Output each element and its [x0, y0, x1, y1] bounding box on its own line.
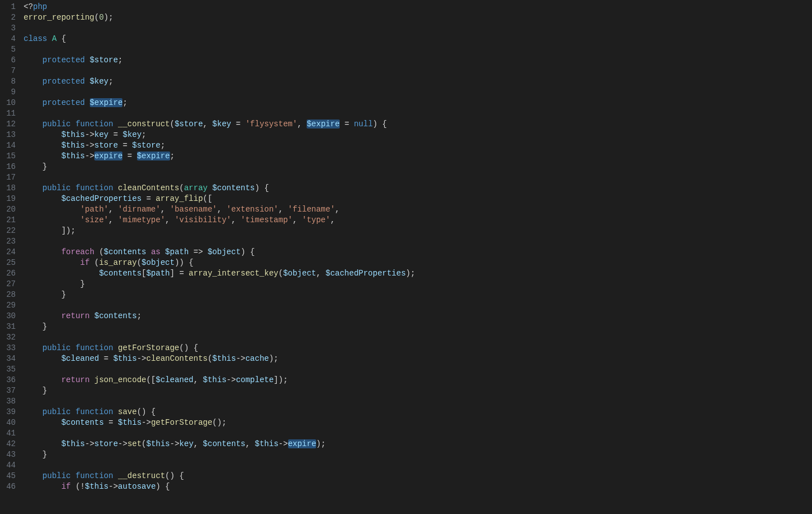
- token: $contents: [99, 269, 142, 278]
- code-line[interactable]: $contents[$path] = array_intersect_key($…: [24, 268, 415, 279]
- token: getForStorage: [118, 343, 179, 352]
- token: ,: [330, 215, 335, 224]
- token: ,: [245, 439, 255, 448]
- code-line[interactable]: $this->store->set($this->key, $contents,…: [24, 439, 415, 449]
- token: ;: [142, 130, 146, 139]
- code-line[interactable]: error_reporting(0);: [24, 12, 415, 23]
- token: =: [118, 141, 132, 150]
- token: public: [24, 183, 71, 192]
- line-number: 37: [0, 386, 16, 396]
- token: $this: [118, 418, 142, 427]
- code-line[interactable]: [24, 396, 415, 407]
- token: () {: [137, 407, 156, 416]
- token: ,: [316, 269, 326, 278]
- token: $contents: [104, 247, 147, 256]
- line-number: 38: [0, 396, 16, 407]
- code-line[interactable]: $cleaned = $this->cleanContents($this->c…: [24, 354, 415, 364]
- code-line[interactable]: }: [24, 449, 415, 460]
- token: function: [75, 183, 113, 192]
- code-line[interactable]: [24, 364, 415, 375]
- token: ->: [236, 354, 245, 363]
- code-line[interactable]: protected $key;: [24, 76, 415, 87]
- code-line[interactable]: $contents = $this->getForStorage();: [24, 417, 415, 428]
- token: ,: [108, 215, 118, 224]
- token: ,: [293, 215, 302, 224]
- code-line[interactable]: $cachedProperties = array_flip([: [24, 194, 415, 204]
- line-number: 11: [0, 108, 16, 119]
- token: ->: [137, 354, 147, 363]
- code-line[interactable]: 'size', 'mimetype', 'visibility', 'times…: [24, 215, 415, 226]
- line-number: 16: [0, 162, 16, 172]
- code-line[interactable]: foreach ($contents as $path => $object) …: [24, 247, 415, 258]
- code-line[interactable]: $this->key = $key;: [24, 130, 415, 140]
- token: ;: [161, 141, 165, 150]
- line-number: 32: [0, 332, 16, 343]
- code-line[interactable]: [24, 66, 415, 76]
- code-line[interactable]: <?php: [24, 2, 415, 12]
- code-line[interactable]: $this->expire = $expire;: [24, 151, 415, 162]
- code-line[interactable]: [24, 332, 415, 343]
- code-line[interactable]: [24, 236, 415, 247]
- token: ->: [108, 482, 118, 491]
- code-line[interactable]: return json_encode([$cleaned, $this->com…: [24, 375, 415, 386]
- code-line[interactable]: }: [24, 386, 415, 396]
- code-editor[interactable]: 1234567891011121314151617181920212223242…: [0, 0, 812, 514]
- token: [24, 311, 61, 320]
- token: getForStorage: [151, 418, 212, 427]
- token: =: [108, 130, 122, 139]
- code-content[interactable]: <?phperror_reporting(0); class A { prote…: [24, 0, 415, 514]
- token: null: [354, 120, 373, 128]
- code-line[interactable]: if (!$this->autosave) {: [24, 481, 415, 492]
- token: 'flysystem': [245, 120, 297, 128]
- token: () {: [179, 343, 198, 352]
- code-line[interactable]: [24, 87, 415, 98]
- token: <?: [24, 2, 33, 11]
- token: $this: [203, 375, 226, 384]
- code-line[interactable]: [24, 428, 415, 439]
- code-line[interactable]: protected $expire;: [24, 98, 415, 108]
- code-line[interactable]: return $contents;: [24, 311, 415, 322]
- token: $contents: [212, 183, 255, 192]
- token: public: [24, 120, 71, 128]
- code-line[interactable]: }: [24, 162, 415, 172]
- code-line[interactable]: protected $store;: [24, 55, 415, 66]
- code-line[interactable]: $this->store = $store;: [24, 140, 415, 151]
- token: if: [80, 258, 90, 267]
- token: json_encode: [94, 375, 146, 384]
- code-line[interactable]: 'path', 'dirname', 'basename', 'extensio…: [24, 204, 415, 215]
- code-line[interactable]: public function getForStorage() {: [24, 343, 415, 354]
- token: 'timestamp': [241, 215, 293, 224]
- code-line[interactable]: }: [24, 290, 415, 300]
- token: [113, 120, 118, 128]
- code-line[interactable]: if (is_array($object)) {: [24, 258, 415, 268]
- token: ) {: [255, 183, 269, 192]
- code-line[interactable]: public function save() {: [24, 407, 415, 417]
- token: ->: [85, 439, 94, 448]
- code-line[interactable]: ]);: [24, 226, 415, 236]
- code-line[interactable]: [24, 460, 415, 471]
- token: ,: [161, 205, 170, 214]
- token: $this: [212, 354, 236, 363]
- token: 0: [99, 13, 103, 22]
- code-line[interactable]: [24, 172, 415, 183]
- line-number: 9: [0, 87, 16, 98]
- line-number: 35: [0, 364, 16, 375]
- code-line[interactable]: [24, 108, 415, 119]
- line-number: 13: [0, 130, 16, 140]
- code-line[interactable]: [24, 23, 415, 34]
- code-line[interactable]: }: [24, 279, 415, 290]
- code-line[interactable]: [24, 300, 415, 311]
- line-number: 31: [0, 322, 16, 332]
- code-line[interactable]: public function __construct($store, $key…: [24, 119, 415, 130]
- line-number: 33: [0, 343, 16, 354]
- code-line[interactable]: public function cleanContents(array $con…: [24, 183, 415, 194]
- code-line[interactable]: public function __destruct() {: [24, 471, 415, 481]
- code-line[interactable]: }: [24, 322, 415, 332]
- token: ,: [203, 120, 212, 128]
- code-line[interactable]: [24, 44, 415, 55]
- line-number: 21: [0, 215, 16, 226]
- code-line[interactable]: class A {: [24, 34, 415, 44]
- token: ,: [335, 205, 340, 214]
- line-number: 5: [0, 44, 16, 55]
- token: store: [94, 141, 118, 150]
